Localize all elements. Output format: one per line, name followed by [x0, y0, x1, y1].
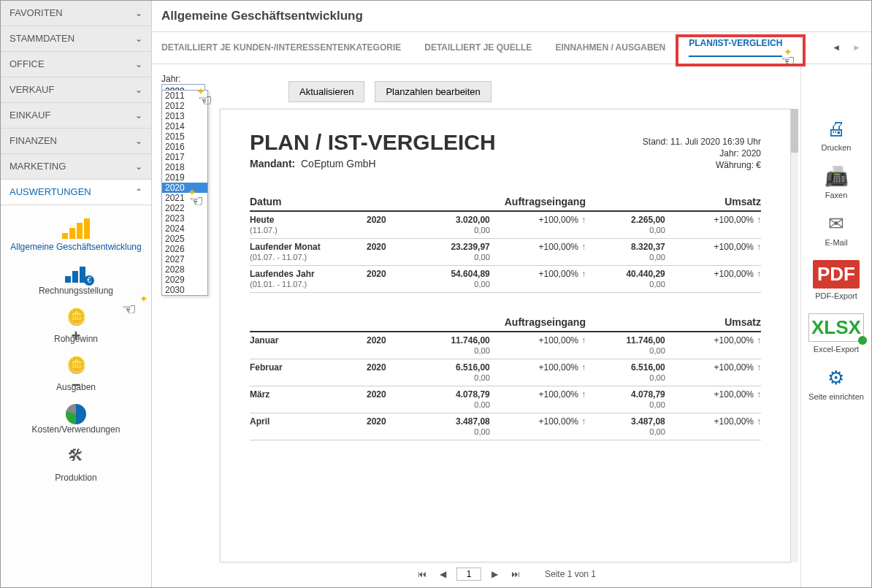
waehrung-label: Währung:: [716, 160, 754, 170]
action-label: Drucken: [822, 143, 852, 152]
year-option[interactable]: 2020: [162, 183, 207, 193]
action-excel[interactable]: XLSXExcel-Export: [808, 313, 864, 354]
sidebar-item-rechnungsstellung[interactable]: Rechnungsstellung: [1, 258, 151, 302]
sidebar-item-label: Ausgaben: [56, 382, 96, 392]
action-seite-einrichten[interactable]: ⚙Seite einrichten: [808, 367, 864, 401]
chevron-down-icon: ⌄: [135, 26, 142, 51]
page-title: Allgemeine Geschäftsentwicklung: [151, 1, 871, 32]
sidebar-item-label: Allgemeine Geschäftsentwicklung: [10, 242, 141, 252]
table-row: Heute(11.07.) 2020 3.020,000,00 +100,00%…: [250, 211, 761, 239]
printer-icon: 🖨: [827, 118, 846, 140]
year-select[interactable]: Jahr: 2011201220132014201520162017201820…: [161, 74, 205, 99]
nav-group-office[interactable]: OFFICE⌄: [1, 52, 151, 77]
action-email[interactable]: ✉E-Mail: [825, 213, 847, 247]
planzahlen-button[interactable]: Planzahlen bearbeiten: [375, 81, 491, 102]
sidebar-item-allgemeine[interactable]: Allgemeine Geschäftsentwicklung: [1, 213, 151, 258]
nav-group-marketing[interactable]: MARKETING⌄: [1, 154, 151, 180]
year-option[interactable]: 2026: [162, 244, 207, 254]
coins-minus-icon: 🪙: [61, 356, 91, 379]
table-row: Januar 2020 11.746,000,00 +100,00%↑ 11.7…: [250, 332, 761, 359]
tabs: DETAILLIERT JE KUNDEN-/INTERESSENTENKATE…: [151, 31, 871, 64]
page-title-text: Allgemeine Geschäftsentwicklung: [161, 9, 363, 23]
sidebar-item-ausgaben[interactable]: 🪙 Ausgaben: [1, 350, 151, 398]
mandant-value: CoEptum GmbH: [301, 158, 376, 169]
year-option[interactable]: 2011: [162, 91, 207, 101]
pager-page-input[interactable]: [456, 568, 481, 581]
pager-last-icon[interactable]: ⏭: [508, 569, 523, 579]
tab-kundenkategorie[interactable]: DETAILLIERT JE KUNDEN-/INTERESSENTENKATE…: [161, 42, 401, 53]
table-row: März 2020 4.078,790,00 +100,00%↑ 4.078,7…: [250, 386, 761, 413]
scrollbar-vertical[interactable]: [791, 109, 798, 562]
col-umsatz: Umsatz: [586, 313, 761, 332]
stand-value: 11. Juli 2020 16:39 Uhr: [670, 137, 761, 147]
tab-prev-icon[interactable]: ◄: [832, 42, 841, 53]
year-label: Jahr:: [161, 74, 205, 84]
action-drucken[interactable]: 🖨Drucken: [822, 118, 852, 152]
year-option[interactable]: 2012: [162, 101, 207, 111]
action-label: E-Mail: [825, 238, 847, 247]
mail-icon: ✉: [828, 213, 844, 235]
nav-group-finanzen[interactable]: FINANZEN⌄: [1, 129, 151, 154]
sidebar-item-rohgewinn[interactable]: 🪙 Rohgewinn: [1, 302, 151, 350]
year-option[interactable]: 2030: [162, 285, 207, 295]
nav-group-stammdaten[interactable]: STAMMDATEN⌄: [1, 26, 151, 52]
report-area[interactable]: PLAN / IST-VERGLEICH Mandant: CoEptum Gm…: [220, 109, 791, 562]
year-option[interactable]: 2014: [162, 121, 207, 131]
sidebar-item-label: Rechnungsstellung: [39, 286, 113, 296]
tab-nav-arrows: ◄ ►: [832, 42, 861, 53]
bar-chart-euro-icon: [65, 264, 87, 283]
year-dropdown-list[interactable]: 2011201220132014201520162017201820192020…: [161, 90, 208, 296]
pager-next-icon[interactable]: ▶: [489, 569, 501, 579]
pager-first-icon[interactable]: ⏮: [415, 569, 429, 579]
year-option[interactable]: 2028: [162, 264, 207, 275]
table-row: Laufendes Jahr(01.01. - 11.07.) 2020 54.…: [250, 266, 761, 293]
nav-group-verkauf[interactable]: VERKAUF⌄: [1, 77, 151, 103]
bar-chart-icon: [62, 218, 90, 239]
year-option[interactable]: 2024: [162, 224, 207, 234]
sidebar-item-produktion[interactable]: 🛠 Produktion: [1, 440, 151, 489]
action-label: Faxen: [825, 191, 848, 199]
year-option[interactable]: 2013: [162, 111, 207, 121]
action-faxen[interactable]: 📠Faxen: [825, 165, 848, 199]
nav-group-label: MARKETING: [9, 154, 66, 179]
action-label: Excel-Export: [814, 345, 859, 354]
year-option[interactable]: 2018: [162, 162, 207, 172]
pager-prev-icon[interactable]: ◀: [437, 569, 449, 579]
scrollbar-thumb[interactable]: [791, 109, 798, 153]
tab-next-icon[interactable]: ►: [852, 42, 861, 53]
col-auftragseingang: Auftragseingang: [410, 193, 586, 211]
action-pdf[interactable]: PDFPDF-Export: [813, 260, 860, 300]
sidebar-item-label: Rohgewinn: [54, 334, 98, 344]
pager: ⏮ ◀ ▶ ⏭ Seite 1 von 1: [220, 564, 791, 584]
year-option[interactable]: 2029: [162, 275, 207, 285]
year-option[interactable]: 2022: [162, 203, 207, 213]
action-bar: 🖨Drucken 📠Faxen ✉E-Mail PDFPDF-Export XL…: [800, 66, 871, 587]
year-option[interactable]: 2016: [162, 142, 207, 152]
pie-chart-icon: [66, 404, 86, 424]
aktualisieren-button[interactable]: Aktualisieren: [288, 81, 364, 102]
chevron-down-icon: ⌄: [135, 129, 142, 153]
chevron-down-icon: ⌄: [135, 52, 142, 77]
year-option[interactable]: 2021: [162, 193, 207, 203]
toolbar: Jahr: 2011201220132014201520162017201820…: [161, 74, 492, 103]
nav-group-einkauf[interactable]: EINKAUF⌄: [1, 103, 151, 129]
gear-icon: ⚙: [827, 367, 844, 389]
year-option[interactable]: 2027: [162, 254, 207, 264]
col-datum: Datum: [250, 193, 367, 211]
year-option[interactable]: 2017: [162, 152, 207, 162]
table-row: April 2020 3.487,080,00 +100,00%↑ 3.487,…: [250, 413, 761, 440]
year-option[interactable]: 2023: [162, 213, 207, 224]
nav-group-auswertungen[interactable]: AUSWERTUNGEN⌃: [1, 180, 151, 205]
sidebar: FAVORITEN⌄ STAMMDATEN⌄ OFFICE⌄ VERKAUF⌄ …: [1, 1, 152, 587]
nav-group-label: STAMMDATEN: [9, 26, 74, 51]
nav-group-favoriten[interactable]: FAVORITEN⌄: [1, 1, 151, 26]
tab-einnahmen-ausgaben[interactable]: EINNAHMEN / AUSGABEN: [555, 42, 665, 53]
sidebar-item-kosten[interactable]: Kosten/Verwendungen: [1, 398, 151, 440]
year-option[interactable]: 2019: [162, 172, 207, 183]
tab-plan-ist[interactable]: PLAN/IST-VERGLEICH: [689, 38, 782, 57]
year-option[interactable]: 2025: [162, 234, 207, 244]
col-umsatz: Umsatz: [586, 193, 761, 211]
col-auftragseingang: Auftragseingang: [410, 313, 586, 332]
tab-quelle[interactable]: DETAILLIERT JE QUELLE: [424, 42, 532, 53]
year-option[interactable]: 2015: [162, 131, 207, 142]
